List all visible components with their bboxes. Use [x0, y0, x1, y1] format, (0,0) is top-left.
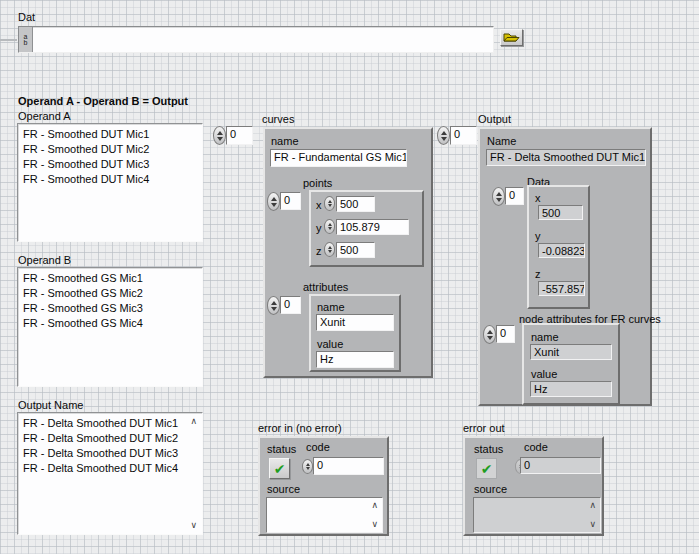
y-label: y [316, 222, 322, 234]
labview-front-panel: Dat a b Operand A - Operand B = Output O… [0, 0, 699, 554]
data-x-label: x [535, 192, 541, 204]
error-in-code-label: code [306, 441, 330, 453]
error-out-status-indicator: ✔ [476, 458, 497, 479]
attributes-index-field[interactable]: 0 [280, 296, 301, 314]
path-label: Dat [18, 11, 35, 23]
error-out-label: error out [463, 422, 505, 434]
data-z-field: -557.857 [538, 281, 585, 296]
z-label: z [316, 245, 322, 257]
error-out-cluster: status ✔ code 0 source ∧ ∨ [463, 436, 604, 536]
output-cluster: Name FR - Delta Smoothed DUT Mic1 Data 0… [478, 127, 652, 406]
list-item[interactable]: FR - Delta Smoothed DUT Mic2 [18, 431, 202, 446]
list-item[interactable]: FR - Smoothed GS Mic1 [18, 271, 202, 286]
x-field[interactable]: 500 [336, 196, 375, 212]
check-icon: ✔ [481, 462, 493, 476]
list-item[interactable]: FR - Smoothed DUT Mic4 [18, 172, 202, 187]
browse-button[interactable] [500, 29, 523, 46]
output-index-field[interactable]: 0 [450, 126, 477, 145]
list-item[interactable]: FR - Delta Smoothed DUT Mic3 [18, 446, 202, 461]
data-y-label: y [535, 230, 541, 242]
error-in-source-field[interactable]: ∧ ∨ [266, 497, 383, 533]
error-in-status-label: status [267, 443, 296, 455]
node-attributes-index-field[interactable]: 0 [496, 325, 515, 343]
wire-stub [0, 39, 17, 41]
data-y-field: -0.08823 [538, 243, 585, 258]
attr-name-field[interactable]: Xunit [316, 314, 394, 331]
check-icon: ✔ [274, 462, 286, 476]
list-item[interactable]: FR - Smoothed DUT Mic3 [18, 157, 202, 172]
path-glyph-bottom: b [24, 40, 28, 46]
operand-a-listbox[interactable]: FR - Smoothed DUT Mic1 FR - Smoothed DUT… [17, 123, 203, 242]
z-field[interactable]: 500 [336, 242, 375, 258]
scroll-up-icon[interactable]: ∧ [371, 501, 378, 510]
output-name-field-label: Name [487, 135, 516, 147]
list-item[interactable]: FR - Smoothed DUT Mic1 [18, 127, 202, 142]
attributes-index-spinner[interactable] [267, 296, 280, 315]
curve-name-field[interactable]: FR - Fundamental GS Mic1 [270, 149, 407, 167]
node-attr-name-label: name [531, 331, 559, 343]
attr-value-label: value [317, 338, 343, 350]
data-index-field[interactable]: 0 [505, 187, 524, 205]
data-z-label: z [535, 268, 541, 280]
curves-cluster: name FR - Fundamental GS Mic1 points 0 x… [263, 127, 433, 378]
x-label: x [316, 199, 322, 211]
data-x-field: 500 [538, 205, 583, 220]
error-in-code-spinner[interactable] [302, 459, 313, 474]
error-out-code-field: 0 [520, 457, 601, 474]
error-out-source-field: ∧ ∨ [473, 497, 601, 533]
list-item[interactable]: FR - Smoothed DUT Mic2 [18, 142, 202, 157]
list-item[interactable]: FR - Delta Smoothed DUT Mic1 [18, 416, 202, 431]
list-item[interactable]: FR - Smoothed GS Mic3 [18, 301, 202, 316]
output-name-field: FR - Delta Smoothed DUT Mic1 [486, 149, 646, 166]
scroll-down-icon[interactable]: ∨ [589, 520, 596, 529]
list-item[interactable]: FR - Delta Smoothed DUT Mic4 [18, 461, 202, 476]
error-out-code-label: code [524, 441, 548, 453]
output-label: Output [478, 113, 511, 125]
error-in-status-checkbox[interactable]: ✔ [269, 458, 290, 479]
attr-name-label: name [317, 301, 345, 313]
node-attributes-cluster: name Xunit value Hz [522, 323, 620, 405]
curve-name-label: name [271, 135, 299, 147]
output-index-spinner[interactable] [437, 126, 450, 145]
y-field[interactable]: 105.879 [336, 219, 409, 235]
operand-b-listbox[interactable]: FR - Smoothed GS Mic1 FR - Smoothed GS M… [17, 267, 203, 387]
page-title: Operand A - Operand B = Output [18, 95, 188, 107]
data-index-spinner[interactable] [492, 187, 505, 206]
curves-label: curves [262, 113, 294, 125]
operand-a-label: Operand A [18, 110, 71, 122]
node-attr-value-field: Hz [530, 381, 612, 397]
attributes-cluster: name Xunit value Hz [309, 294, 401, 372]
error-out-status-label: status [474, 443, 503, 455]
error-out-source-label: source [474, 483, 507, 495]
points-index-spinner[interactable] [267, 192, 280, 211]
z-spinner[interactable] [324, 242, 335, 257]
folder-icon [503, 32, 520, 43]
path-type-icon: a b [19, 27, 33, 52]
list-item[interactable]: FR - Smoothed GS Mic4 [18, 316, 202, 331]
error-in-label: error in (no error) [258, 422, 342, 434]
error-in-cluster: status ✔ code 0 source ∧ ∨ [258, 436, 389, 536]
node-attributes-index-spinner[interactable] [483, 325, 496, 344]
attributes-label: attributes [303, 281, 348, 293]
points-label: points [303, 177, 332, 189]
data-cluster: x 500 y -0.08823 z -557.857 [527, 185, 590, 309]
data-path-input[interactable]: a b [18, 26, 494, 53]
scroll-up-icon[interactable]: ∧ [589, 501, 596, 510]
error-in-code-field[interactable]: 0 [313, 457, 384, 475]
curves-index-spinner[interactable] [213, 126, 226, 145]
scroll-down-icon[interactable]: ∨ [371, 520, 378, 529]
points-index-field[interactable]: 0 [280, 192, 301, 210]
error-in-source-label: source [267, 483, 300, 495]
curves-index-field[interactable]: 0 [226, 126, 253, 145]
scroll-down-icon[interactable]: ∨ [190, 521, 197, 530]
x-spinner[interactable] [324, 196, 335, 211]
node-attr-name-field: Xunit [530, 344, 612, 360]
operand-b-label: Operand B [18, 254, 71, 266]
node-attr-value-label: value [531, 368, 557, 380]
attr-value-field[interactable]: Hz [316, 351, 394, 368]
output-name-listbox[interactable]: FR - Delta Smoothed DUT Mic1 FR - Delta … [17, 412, 203, 535]
list-item[interactable]: FR - Smoothed GS Mic2 [18, 286, 202, 301]
scroll-up-icon[interactable]: ∧ [190, 417, 197, 426]
y-spinner[interactable] [324, 219, 335, 234]
points-cluster: x 500 y 105.879 z 500 [309, 190, 424, 267]
